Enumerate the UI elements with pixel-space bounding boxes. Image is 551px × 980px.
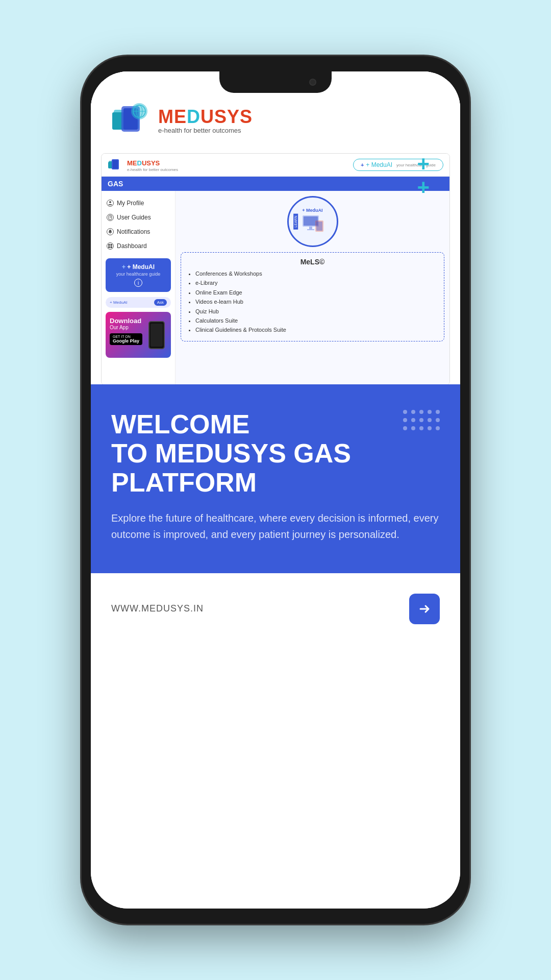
mels-features-box: MeLS© Conferences & Workshops e-Library … — [181, 252, 444, 341]
app-header-bar: MEDUSYS e-health for better outcomes + +… — [102, 154, 449, 177]
navigate-button[interactable] — [409, 594, 440, 624]
svg-rect-18 — [111, 244, 113, 246]
sidebar-item-user-guides[interactable]: User Guides — [102, 210, 175, 225]
download-text: Download Our App GET IT ON Google Play — [110, 317, 142, 345]
gas-bar: GAS — [102, 177, 449, 191]
list-item: Calculators Suite — [195, 317, 439, 325]
logo-name: MEDUSYS — [158, 106, 253, 128]
meduai-sidebar-card[interactable]: + + MeduAI your healthcare guide i — [106, 258, 171, 292]
svg-rect-17 — [108, 244, 110, 246]
logo-icon — [111, 102, 152, 138]
ask-button[interactable]: Ask — [154, 299, 167, 306]
meduai-card-logo: + + MeduAI — [110, 263, 167, 271]
website-url[interactable]: WWW.MEDUSYS.IN — [111, 603, 204, 614]
google-play-button[interactable]: GET IT ON Google Play — [110, 333, 142, 345]
bell-icon — [107, 228, 114, 235]
app-screenshot: MEDUSYS e-health for better outcomes + +… — [101, 153, 450, 385]
welcome-description: Explore the future of healthcare, where … — [111, 510, 440, 543]
logo-tagline: e-health for better outcomes — [158, 127, 253, 134]
decorative-dots — [403, 410, 440, 430]
list-item: Quiz Hub — [195, 308, 439, 315]
app-body: My Profile User Gu — [102, 191, 449, 385]
download-app-section: Download Our App GET IT ON Google Play — [106, 312, 171, 358]
plus-icon-1: + — [417, 153, 430, 175]
sidebar-item-notifications[interactable]: Notifications — [102, 225, 175, 239]
list-item: Online Exam Edge — [195, 289, 439, 297]
logo-text: MEDUSYS e-health for better outcomes — [158, 106, 253, 134]
main-logo: MEDUSYS e-health for better outcomes — [111, 102, 440, 138]
learn-label: LEARN — [293, 213, 298, 229]
mels-list: Conferences & Workshops e-Library Online… — [186, 270, 439, 334]
meduai-info-icon[interactable]: i — [134, 279, 142, 287]
book-icon — [107, 214, 114, 221]
welcome-title: WELCOME TO MEDUSYS GAS PLATFORM — [111, 410, 440, 498]
decorative-plus-icons: + + — [417, 153, 430, 198]
list-item: Videos e-learn Hub — [195, 298, 439, 306]
profile-icon — [107, 200, 114, 207]
svg-rect-23 — [309, 227, 312, 229]
svg-rect-19 — [108, 247, 110, 249]
list-item: Conferences & Workshops — [195, 270, 439, 278]
welcome-section: WELCOME TO MEDUSYS GAS PLATFORM Explore … — [91, 384, 460, 573]
meduai-search-bar[interactable]: + MeduAI Ask — [106, 297, 171, 308]
circle-content: + MeduAI — [300, 208, 325, 235]
sidebar-item-dashboard[interactable]: Dashboard — [102, 239, 175, 253]
app-logo-text: MEDUSYS e-health for better outcomes — [127, 158, 178, 172]
app-main-content: LEARN + MeduAI — [176, 191, 449, 385]
svg-point-12 — [109, 201, 111, 203]
list-item: e-Library — [195, 279, 439, 287]
svg-rect-26 — [316, 222, 322, 231]
list-item: Clinical Guidelines & Protocols Suite — [195, 326, 439, 334]
meduai-circle-badge: LEARN + MeduAI — [287, 196, 338, 247]
sidebar-item-my-profile[interactable]: My Profile — [102, 196, 175, 210]
mels-title: MeLS© — [186, 258, 439, 266]
meduai-header-button[interactable]: + + MeduAI your healthcare guide — [353, 159, 443, 171]
footer-section: WWW.MEDUSYS.IN — [91, 573, 460, 650]
svg-rect-11 — [113, 160, 118, 168]
dashboard-icon — [107, 242, 114, 250]
svg-rect-20 — [111, 247, 113, 249]
meduai-card-sub: your healthcare guide — [110, 272, 167, 277]
app-sidebar: My Profile User Gu — [102, 191, 176, 385]
app-logo-small: MEDUSYS e-health for better outcomes — [108, 158, 178, 172]
svg-rect-24 — [307, 229, 314, 230]
phone-mockup — [145, 314, 168, 355]
plus-icon-2: + — [417, 177, 430, 198]
